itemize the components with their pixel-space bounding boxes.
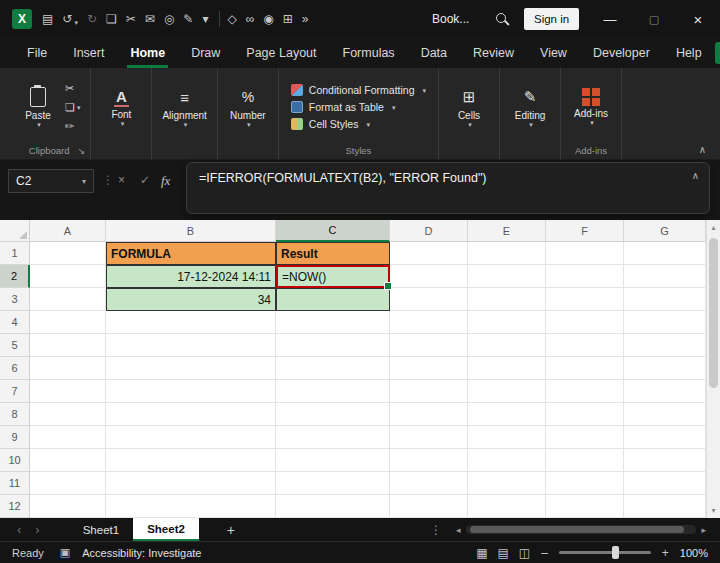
undo-icon[interactable]: ↺▾ — [62, 12, 78, 26]
cell-A11[interactable] — [30, 472, 106, 495]
sheet-tab-sheet2[interactable]: Sheet2 — [133, 518, 199, 541]
cell-B6[interactable] — [106, 357, 276, 380]
cell-C10[interactable] — [276, 449, 390, 472]
cell-A4[interactable] — [30, 311, 106, 334]
zoom-percentage[interactable]: 100% — [680, 547, 708, 559]
cell-E5[interactable] — [468, 334, 546, 357]
cell-D4[interactable] — [390, 311, 468, 334]
cell-E11[interactable] — [468, 472, 546, 495]
sheet-nav-right-icon[interactable]: › — [35, 522, 39, 537]
row-header-12[interactable]: 12 — [0, 495, 30, 518]
cell-D3[interactable] — [390, 288, 468, 311]
share-button[interactable]: ↗ Share ▾ — [715, 42, 720, 64]
formula-input[interactable]: =IFERROR(FORMULATEXT(B2), "ERROR Found")… — [186, 162, 710, 214]
menu-tab-developer[interactable]: Developer — [580, 38, 663, 68]
cell-D7[interactable] — [390, 380, 468, 403]
column-header-D[interactable]: D — [390, 220, 468, 242]
cell-F2[interactable] — [546, 265, 624, 288]
collapse-ribbon-icon[interactable]: ∧ — [699, 144, 706, 155]
cell-G10[interactable] — [624, 449, 706, 472]
cell-F8[interactable] — [546, 403, 624, 426]
scroll-right-icon[interactable]: ▸ — [701, 525, 706, 535]
scroll-up-icon[interactable]: ▴ — [707, 223, 720, 232]
page-layout-view-icon[interactable]: ▤ — [497, 546, 508, 560]
cell-A2[interactable] — [30, 265, 106, 288]
column-header-B[interactable]: B — [106, 220, 276, 242]
menu-tab-view[interactable]: View — [527, 38, 580, 68]
cell-G11[interactable] — [624, 472, 706, 495]
cell-F4[interactable] — [546, 311, 624, 334]
cell-G8[interactable] — [624, 403, 706, 426]
cell-A7[interactable] — [30, 380, 106, 403]
button-number[interactable]: %Number▾ — [226, 72, 270, 142]
cell-E6[interactable] — [468, 357, 546, 380]
menu-tab-home[interactable]: Home — [117, 38, 178, 68]
cell-B11[interactable] — [106, 472, 276, 495]
qat-customize-icon[interactable]: ▾ — [202, 12, 208, 26]
cell-B12[interactable] — [106, 495, 276, 518]
zoom-in-icon[interactable]: + — [662, 546, 669, 560]
cell-E3[interactable] — [468, 288, 546, 311]
save-icon[interactable]: ▤ — [42, 12, 53, 26]
cell-G4[interactable] — [624, 311, 706, 334]
cell-A1[interactable] — [30, 242, 106, 265]
cell-G9[interactable] — [624, 426, 706, 449]
menu-tab-page-layout[interactable]: Page Layout — [233, 38, 329, 68]
new-sheet-button[interactable]: + — [227, 522, 235, 538]
sheet-tab-sheet1[interactable]: Sheet1 — [69, 518, 133, 541]
row-header-1[interactable]: 1 — [0, 242, 30, 265]
cell-F10[interactable] — [546, 449, 624, 472]
cell-F3[interactable] — [546, 288, 624, 311]
minimize-button[interactable]: — — [588, 0, 632, 38]
button-add-ins[interactable]: Add-ins▾ — [569, 72, 613, 142]
draw-icon[interactable]: ✎ — [183, 12, 193, 26]
column-header-G[interactable]: G — [624, 220, 706, 242]
cell-F6[interactable] — [546, 357, 624, 380]
cell-C8[interactable] — [276, 403, 390, 426]
row-header-2[interactable]: 2 — [0, 265, 30, 288]
excel-logo-icon[interactable]: X — [12, 9, 32, 29]
row-header-9[interactable]: 9 — [0, 426, 30, 449]
cell-E7[interactable] — [468, 380, 546, 403]
cell-D6[interactable] — [390, 357, 468, 380]
dialog-launcher-icon[interactable]: ↘ — [78, 146, 86, 156]
cell-G6[interactable] — [624, 357, 706, 380]
row-header-11[interactable]: 11 — [0, 472, 30, 495]
maximize-button[interactable]: ▢ — [632, 0, 676, 38]
cell-F9[interactable] — [546, 426, 624, 449]
row-header-4[interactable]: 4 — [0, 311, 30, 334]
cell-B3[interactable]: 34 — [106, 288, 276, 311]
row-header-5[interactable]: 5 — [0, 334, 30, 357]
cell-C3[interactable] — [276, 288, 390, 311]
vertical-scroll-thumb[interactable] — [709, 238, 718, 388]
cell-E8[interactable] — [468, 403, 546, 426]
menu-tab-help[interactable]: Help — [663, 38, 715, 68]
cell-E10[interactable] — [468, 449, 546, 472]
column-header-F[interactable]: F — [546, 220, 624, 242]
link-icon[interactable]: ∞ — [246, 12, 255, 26]
cell-A5[interactable] — [30, 334, 106, 357]
cell-B7[interactable] — [106, 380, 276, 403]
cell-D8[interactable] — [390, 403, 468, 426]
cell-D5[interactable] — [390, 334, 468, 357]
cell-E9[interactable] — [468, 426, 546, 449]
mail-icon[interactable]: ✉ — [145, 12, 155, 26]
redo-icon[interactable]: ↻ — [87, 12, 97, 26]
column-header-E[interactable]: E — [468, 220, 546, 242]
cell-G1[interactable] — [624, 242, 706, 265]
cell-B1[interactable]: FORMULA — [106, 242, 276, 265]
cell-A9[interactable] — [30, 426, 106, 449]
horizontal-scroll-track[interactable] — [466, 525, 697, 534]
cell-F1[interactable] — [546, 242, 624, 265]
page-break-preview-icon[interactable]: ◫ — [519, 546, 530, 560]
menu-tab-draw[interactable]: Draw — [178, 38, 233, 68]
button-cell-styles[interactable]: Cell Styles▾ — [291, 118, 426, 130]
copy-button[interactable]: ❏▾ — [65, 99, 80, 115]
coins-icon[interactable]: ◎ — [164, 12, 174, 26]
insert-function-icon[interactable]: fx — [161, 173, 170, 189]
cell-F11[interactable] — [546, 472, 624, 495]
menu-tab-file[interactable]: File — [14, 38, 60, 68]
horizontal-scrollbar[interactable]: ◂ ▸ — [456, 525, 706, 535]
sheet-menu-icon[interactable]: ⋮ — [430, 523, 442, 537]
cell-G7[interactable] — [624, 380, 706, 403]
